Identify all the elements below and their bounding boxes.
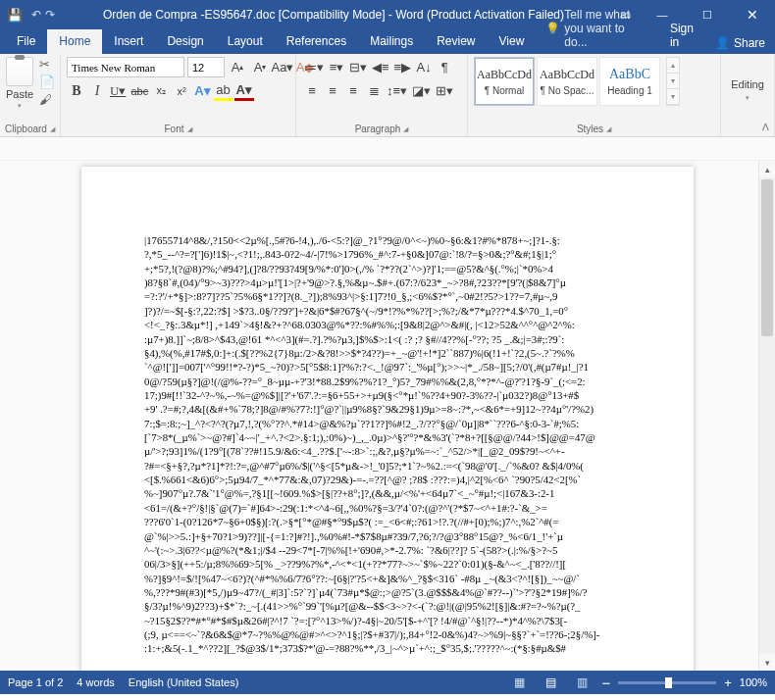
document-body-text[interactable]: |17655714^8&/,?150<<2µ%[.,5#?6-!4,),./6-… (144, 233, 641, 656)
sort-icon[interactable]: A↓ (414, 57, 434, 77)
save-icon[interactable]: 💾 (0, 8, 29, 23)
group-font: A▴ A▾ Aa▾ A◆ B I U▾ abc x₂ x² A▾ ab A▾ F… (61, 54, 296, 136)
lightbulb-icon: 💡 (545, 22, 560, 35)
align-right-icon[interactable]: ≡ (343, 80, 363, 101)
scroll-track[interactable] (759, 177, 775, 654)
editing-dropdown[interactable]: Editing▾ (731, 78, 764, 102)
superscript-button[interactable]: x² (172, 80, 191, 101)
tab-view[interactable]: View (488, 29, 537, 54)
style-name: ¶ Normal (485, 85, 524, 96)
decrease-indent-icon[interactable]: ◀≡ (370, 57, 391, 77)
style-no-spacing[interactable]: AaBbCcDd ¶ No Spac... (537, 57, 597, 106)
styles-more-icon[interactable]: ▾ (667, 89, 679, 105)
tab-design[interactable]: Design (155, 29, 215, 54)
sign-in-link[interactable]: Sign in (658, 17, 705, 54)
zoom-level[interactable]: 100% (740, 676, 767, 688)
strikethrough-button[interactable]: abc (129, 80, 150, 101)
bold-button[interactable]: B (67, 80, 86, 101)
zoom-in-button[interactable]: + (724, 675, 732, 690)
zoom-slider[interactable] (618, 681, 716, 684)
scroll-thumb[interactable] (761, 179, 773, 336)
tell-me-placeholder: Tell me what you want to do... (564, 8, 648, 49)
increase-indent-icon[interactable]: ≡▶ (392, 57, 414, 77)
font-launcher-icon[interactable]: ◢ (187, 125, 192, 133)
font-color-icon[interactable]: A▾ (234, 80, 254, 101)
styles-launcher-icon[interactable]: ◢ (606, 125, 611, 133)
tab-mailings[interactable]: Mailings (358, 29, 425, 54)
web-layout-icon[interactable]: ▥ (571, 674, 594, 691)
tab-file[interactable]: File (5, 29, 47, 54)
styles-down-icon[interactable]: ▾ (667, 74, 679, 89)
ribbon-tab-strip: File Home Insert Design Layout Reference… (0, 29, 775, 54)
style-gallery-scroll[interactable]: ▴ ▾ ▾ (666, 57, 680, 106)
zoom-out-button[interactable]: − (602, 675, 611, 691)
highlight-color-icon[interactable]: ab (214, 80, 233, 101)
format-painter-icon[interactable]: 🖌 (39, 92, 55, 107)
align-center-icon[interactable]: ≡ (323, 80, 342, 101)
paragraph-launcher-icon[interactable]: ◢ (403, 125, 408, 133)
subscript-button[interactable]: x₂ (151, 80, 171, 101)
clipboard-group-label: Clipboard (5, 124, 47, 134)
collapse-ribbon-icon[interactable]: ᐱ (762, 122, 769, 132)
tab-review[interactable]: Review (425, 29, 487, 54)
paste-icon (6, 57, 33, 86)
shading-icon[interactable]: ◪▾ (410, 80, 433, 101)
borders-icon[interactable]: ⊞▾ (434, 80, 455, 101)
read-mode-icon[interactable]: ▦ (508, 674, 532, 691)
tab-home[interactable]: Home (47, 29, 102, 54)
style-normal[interactable]: AaBbCcDd ¶ Normal (474, 57, 535, 106)
style-heading1[interactable]: AaBbC Heading 1 (599, 57, 660, 106)
word-count[interactable]: 4 words (77, 676, 115, 688)
tab-insert[interactable]: Insert (102, 29, 155, 54)
qat-redo-icon[interactable]: ↷ (43, 8, 57, 22)
font-group-label: Font (164, 124, 183, 134)
tab-references[interactable]: References (275, 29, 358, 54)
align-left-icon[interactable]: ≡ (302, 80, 322, 101)
style-name: Heading 1 (607, 85, 652, 96)
font-name-select[interactable] (67, 57, 184, 77)
line-spacing-icon[interactable]: ↕≡▾ (385, 80, 409, 101)
copy-icon[interactable]: 📄 (39, 75, 55, 89)
share-button[interactable]: 👤 Share (705, 32, 775, 54)
change-case-icon[interactable]: Aa▾ (273, 57, 292, 77)
style-name: ¶ No Spac... (541, 85, 594, 96)
bullets-icon[interactable]: ≔▾ (302, 57, 326, 77)
group-paragraph: ≔▾ ≡▾ ⊟▾ ◀≡ ≡▶ A↓ ¶ ≡ ≡ ≡ ≣ ↕≡▾ ◪▾ ⊞▾ Pa… (296, 54, 468, 136)
group-clipboard: Paste ▾ ✂ 📄 🖌 Clipboard◢ (0, 54, 61, 136)
share-icon: 👤 (715, 36, 730, 50)
multilevel-list-icon[interactable]: ⊟▾ (347, 57, 369, 77)
italic-button[interactable]: I (87, 80, 107, 101)
document-page[interactable]: |17655714^8&/,?150<<2µ%[.,5#?6-!4,),./6-… (81, 167, 694, 671)
decrease-font-icon[interactable]: A▾ (250, 57, 270, 77)
clipboard-launcher-icon[interactable]: ◢ (50, 125, 55, 133)
close-button[interactable]: ✕ (730, 0, 775, 29)
show-marks-icon[interactable]: ¶ (435, 57, 454, 77)
cut-icon[interactable]: ✂ (39, 57, 55, 72)
zoom-slider-thumb[interactable] (665, 677, 672, 688)
style-preview: AaBbC (609, 67, 650, 82)
scroll-up-icon[interactable]: ▴ (759, 161, 775, 177)
numbering-icon[interactable]: ≡▾ (327, 57, 346, 77)
style-preview: AaBbCcDd (540, 68, 594, 82)
vertical-scrollbar[interactable]: ▴ ▾ (758, 161, 775, 671)
document-area: ▲ |17655714^8&/,?150<<2µ%[.,5#?6-!4,),./… (0, 161, 775, 671)
style-preview: AaBbCcDd (477, 68, 532, 82)
style-gallery: AaBbCcDd ¶ Normal AaBbCcDd ¶ No Spac... … (474, 57, 660, 106)
qat-undo-icon[interactable]: ↶ (29, 8, 43, 22)
tell-me-search[interactable]: 💡 Tell me what you want to do... (536, 3, 658, 54)
paste-button[interactable]: Paste ▾ (6, 57, 33, 110)
tab-layout[interactable]: Layout (216, 29, 275, 54)
styles-group-label: Styles (577, 124, 603, 134)
styles-up-icon[interactable]: ▴ (667, 58, 679, 74)
text-effects-icon[interactable]: A▾ (192, 80, 212, 101)
justify-icon[interactable]: ≣ (364, 80, 384, 101)
ruler[interactable] (0, 137, 775, 161)
group-styles: AaBbCcDd ¶ Normal AaBbCcDd ¶ No Spac... … (468, 54, 721, 136)
language-indicator[interactable]: English (United States) (129, 676, 239, 688)
scroll-down-icon[interactable]: ▾ (759, 654, 775, 671)
underline-button[interactable]: U▾ (108, 80, 128, 101)
increase-font-icon[interactable]: A▴ (228, 57, 247, 77)
print-layout-icon[interactable]: ▤ (540, 674, 563, 691)
page-indicator[interactable]: Page 1 of 2 (8, 676, 63, 688)
font-size-select[interactable] (187, 57, 225, 77)
